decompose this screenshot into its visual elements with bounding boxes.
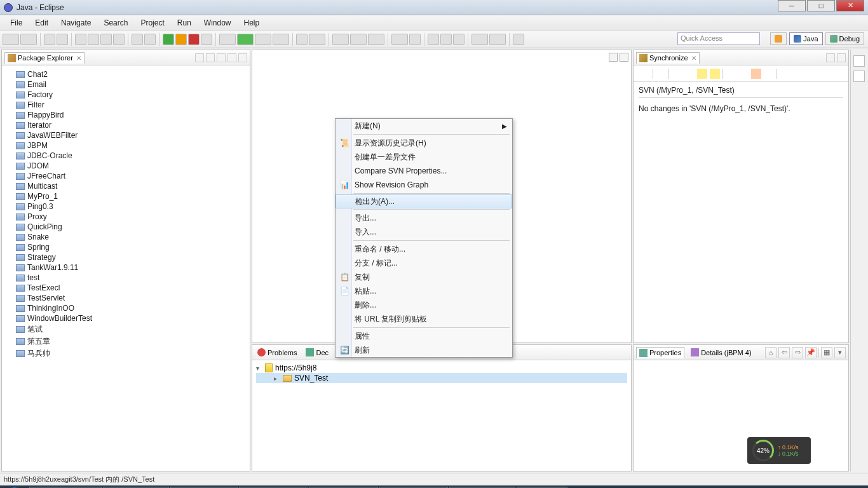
expand-icon[interactable]: ▾ xyxy=(256,365,262,372)
project-item[interactable]: TankWar1.9.11 xyxy=(6,262,246,273)
minimize-button[interactable]: ─ xyxy=(778,0,806,11)
project-item[interactable]: Iterator xyxy=(6,120,246,130)
project-item[interactable]: Chat2 xyxy=(6,69,246,79)
tab-details[interactable]: Details (jBPM 4) xyxy=(688,347,754,358)
project-item[interactable]: TestExecl xyxy=(6,283,246,293)
menu-show-history[interactable]: 📜显示资源历史记录(H) xyxy=(336,136,512,150)
toolbar-btn[interactable] xyxy=(350,34,367,45)
menu-new[interactable]: 新建(N)▶ xyxy=(336,119,512,133)
link-editor-button[interactable] xyxy=(206,53,215,62)
toolbar-suspend-button[interactable] xyxy=(175,34,187,45)
perspective-debug[interactable]: Debug xyxy=(825,32,864,45)
toolbar-run-button[interactable] xyxy=(237,34,254,45)
toolbar-search-button[interactable] xyxy=(391,34,408,45)
close-button[interactable]: ✕ xyxy=(836,0,864,11)
repo-child-row[interactable]: ▸ SVN_Test xyxy=(256,373,627,383)
sync-tbtn[interactable] xyxy=(751,69,761,79)
tab-problems[interactable]: Problems xyxy=(255,347,299,358)
toolbar-resume-button[interactable] xyxy=(163,34,174,45)
toolbar-btn[interactable] xyxy=(113,34,125,45)
toolbar-btn[interactable] xyxy=(309,34,325,45)
toolbar-saveall-button[interactable] xyxy=(44,34,55,45)
menu-copy[interactable]: 📋复制 xyxy=(336,270,512,284)
menu-search[interactable]: Search xyxy=(97,17,134,29)
menu-help[interactable]: Help xyxy=(238,17,266,29)
toolbar-new-button[interactable] xyxy=(3,34,19,45)
restore-view-button[interactable] xyxy=(853,55,865,67)
toolbar-btn[interactable] xyxy=(428,34,439,45)
back-button[interactable]: ⇦ xyxy=(778,347,790,358)
project-item[interactable]: JFreeChart xyxy=(6,171,246,181)
pin-button[interactable]: 📌 xyxy=(805,347,817,358)
minimize-editor-button[interactable] xyxy=(609,53,618,62)
menu-button[interactable]: ▾ xyxy=(834,347,846,358)
open-perspective-button[interactable] xyxy=(770,32,787,45)
toolbar-undo-button[interactable] xyxy=(132,34,143,45)
tab-declaration[interactable]: Dec xyxy=(303,347,331,358)
project-item[interactable]: JBPM xyxy=(6,140,246,151)
menu-navigate[interactable]: Navigate xyxy=(55,17,97,29)
project-item[interactable]: Email xyxy=(6,79,246,90)
minimize-view-button[interactable] xyxy=(227,53,236,62)
toolbar-forward-button[interactable] xyxy=(489,34,506,45)
menu-paste[interactable]: 📄粘贴... xyxy=(336,284,512,298)
project-item[interactable]: WindowBuilderTest xyxy=(6,313,246,323)
repo-root-row[interactable]: ▾ https://5h9j8 xyxy=(256,363,627,373)
project-item[interactable]: FlappyBird xyxy=(6,110,246,120)
toolbar-btn[interactable] xyxy=(100,34,112,45)
menu-edit[interactable]: Edit xyxy=(29,17,55,29)
project-item[interactable]: 马兵帅 xyxy=(6,348,246,360)
tab-synchronize[interactable]: Synchronize ✕ xyxy=(636,52,700,64)
toolbar-print-button[interactable] xyxy=(57,34,68,45)
tab-package-explorer[interactable]: Package Explorer ✕ xyxy=(4,52,85,64)
project-item[interactable]: MyPro_1 xyxy=(6,191,246,201)
sync-tbtn[interactable] xyxy=(656,69,666,79)
minimize-view-button[interactable] xyxy=(826,53,835,62)
project-item[interactable]: ThinkingInOO xyxy=(6,303,246,313)
menu-revision-graph[interactable]: 📊Show Revision Graph xyxy=(336,178,512,192)
maximize-editor-button[interactable] xyxy=(620,53,628,62)
forward-button[interactable]: ⇨ xyxy=(792,347,803,358)
project-item[interactable]: TestServlet xyxy=(6,293,246,303)
menu-branch-tag[interactable]: 分支 / 标记... xyxy=(336,256,512,270)
menu-run[interactable]: Run xyxy=(171,17,198,29)
project-item[interactable]: Ping0.3 xyxy=(6,201,246,212)
project-item[interactable]: JDBC-Oracle xyxy=(6,151,246,161)
toolbar-btn[interactable] xyxy=(513,34,524,45)
toolbar-btn[interactable] xyxy=(88,34,99,45)
project-item[interactable]: Proxy xyxy=(6,212,246,222)
project-item[interactable]: QuickPing xyxy=(6,222,246,232)
sync-tbtn[interactable] xyxy=(710,69,720,79)
sync-tbtn[interactable] xyxy=(672,69,682,79)
project-item[interactable]: 第五章 xyxy=(6,336,246,348)
maximize-view-button[interactable] xyxy=(837,53,846,62)
project-item[interactable]: JDOM xyxy=(6,161,246,171)
menu-file[interactable]: File xyxy=(4,17,29,29)
toolbar-btn[interactable] xyxy=(201,34,212,45)
toolbar-btn[interactable] xyxy=(440,34,452,45)
quick-access-input[interactable]: Quick Access xyxy=(677,32,760,45)
toolbar-redo-button[interactable] xyxy=(144,34,156,45)
toolbar-btn[interactable] xyxy=(296,34,308,45)
collapse-all-button[interactable] xyxy=(195,53,204,62)
maximize-view-button[interactable] xyxy=(238,53,247,62)
outline-view-button[interactable] xyxy=(853,71,865,82)
sync-tbtn[interactable] xyxy=(780,69,790,79)
home-button[interactable]: ⌂ xyxy=(765,347,776,358)
toolbar-btn[interactable] xyxy=(453,34,465,45)
sync-tbtn[interactable] xyxy=(726,69,736,79)
project-item[interactable]: Factory xyxy=(6,90,246,100)
project-item[interactable]: Snake xyxy=(6,232,246,242)
project-item[interactable]: Spring xyxy=(6,242,246,252)
menu-create-diff[interactable]: 创建单一差异文件 xyxy=(336,150,512,164)
toolbar-save-button[interactable] xyxy=(20,34,37,45)
project-item[interactable]: 笔试 xyxy=(6,323,246,336)
categories-button[interactable]: ▦ xyxy=(821,347,832,358)
maximize-button[interactable]: □ xyxy=(807,0,835,11)
close-icon[interactable]: ✕ xyxy=(76,55,81,62)
toolbar-terminate-button[interactable] xyxy=(188,34,200,45)
sync-tbtn[interactable] xyxy=(637,69,650,79)
toolbar-back-button[interactable] xyxy=(471,34,488,45)
toolbar-open-button[interactable] xyxy=(332,34,349,45)
toolbar-build-button[interactable] xyxy=(75,34,86,45)
